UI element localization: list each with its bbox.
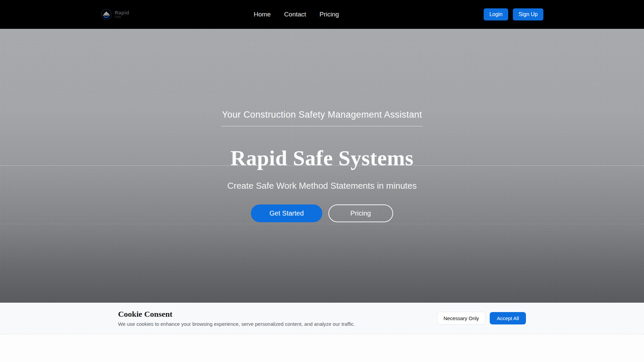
hero-cta-row: Get Started Pricing [251, 204, 393, 222]
accept-all-button[interactable]: Accept All [490, 312, 526, 324]
pricing-button[interactable]: Pricing [328, 204, 393, 222]
hardhat-logo-icon [101, 9, 112, 20]
cookie-title: Cookie Consent [118, 310, 355, 319]
cookie-container: Cookie Consent We use cookies to enhance… [118, 310, 526, 327]
brand-title: Rapid [115, 10, 129, 15]
get-started-button[interactable]: Get Started [251, 204, 322, 222]
nav-actions: Login Sign Up [484, 8, 543, 20]
hero-content: Your Construction Safety Management Assi… [0, 29, 644, 303]
cookie-actions: Necessary Only Accept All [437, 312, 526, 325]
hero-subtitle: Create Safe Work Method Statements in mi… [227, 181, 417, 191]
navbar-container: Rapid Safe Home Contact Pricing Login Si… [101, 8, 543, 20]
cookie-consent-banner: Cookie Consent We use cookies to enhance… [0, 303, 644, 334]
landing-page: Rapid Safe Home Contact Pricing Login Si… [0, 0, 644, 362]
brand-subtitle: Safe [115, 15, 129, 18]
login-button[interactable]: Login [484, 8, 508, 20]
nav-link-pricing[interactable]: Pricing [320, 11, 339, 18]
nav-link-contact[interactable]: Contact [284, 11, 306, 18]
nav-link-home[interactable]: Home [254, 11, 271, 18]
hero-tagline: Your Construction Safety Management Assi… [221, 110, 423, 126]
brand-logo[interactable]: Rapid Safe [101, 9, 129, 20]
signup-button[interactable]: Sign Up [513, 8, 543, 20]
cookie-text-block: Cookie Consent We use cookies to enhance… [118, 310, 355, 327]
cookie-description: We use cookies to enhance your browsing … [118, 321, 355, 327]
hero-section: Your Construction Safety Management Assi… [0, 29, 644, 303]
navbar: Rapid Safe Home Contact Pricing Login Si… [0, 0, 644, 29]
nav-links: Home Contact Pricing [254, 11, 339, 18]
hero-title: Rapid Safe Systems [230, 146, 414, 171]
brand-text: Rapid Safe [115, 10, 129, 18]
necessary-only-button[interactable]: Necessary Only [437, 312, 485, 325]
footer-area [0, 334, 644, 362]
